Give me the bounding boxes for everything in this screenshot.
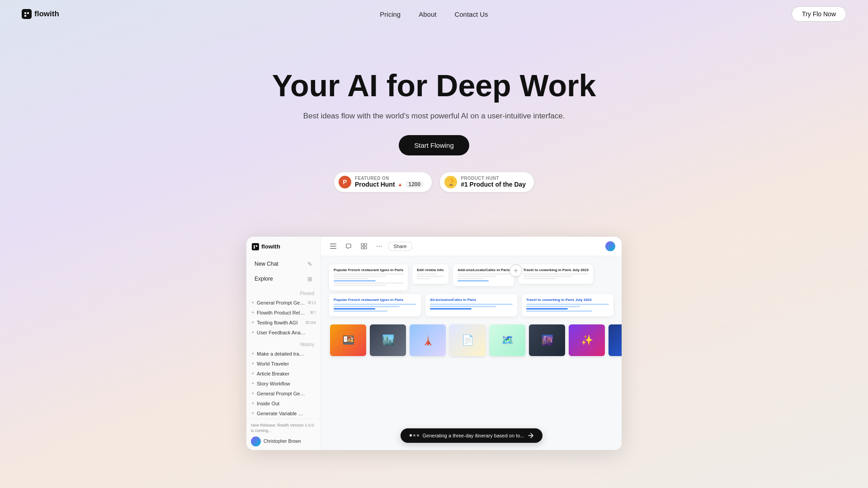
- badges-row: P FEATURED ON Product Hunt ▲ 1200 🏆 PROD…: [9, 172, 859, 192]
- doc-card-2[interactable]: Travel to coworking in Paris July 2023: [522, 294, 613, 316]
- card-line-accent: [334, 280, 376, 282]
- release-note: New Release: flowith Version 1.0.0 is co…: [251, 422, 316, 434]
- photo-item-0[interactable]: 🍱: [330, 324, 366, 356]
- photo-item-7[interactable]: 🃏: [609, 324, 622, 356]
- sidebar-logo-text: flowith: [261, 243, 280, 250]
- svg-rect-1: [252, 243, 259, 250]
- card-line: [523, 276, 572, 277]
- sidebar-item-history-0[interactable]: ✦ Make a detailed travel plan: [246, 349, 321, 359]
- main-toolbar: ··· Share: [321, 237, 622, 256]
- card-line: [458, 276, 496, 277]
- sidebar-item-pinned-1[interactable]: ✦ Flowith Product Release Note... ⌘7: [246, 308, 321, 318]
- card-line: [334, 285, 386, 286]
- sidebar-item-history-6[interactable]: ✦ Generate Variable Name: [246, 408, 321, 418]
- explore-button[interactable]: Explore ⊞: [250, 272, 317, 286]
- card-line: [523, 278, 556, 279]
- sidebar-item-history-1[interactable]: ✦ World Traveler: [246, 359, 321, 369]
- chat-icon[interactable]: [343, 240, 354, 252]
- sidebar-item-history-3[interactable]: ✦ Story Workflow: [246, 379, 321, 389]
- more-options-icon[interactable]: ···: [373, 241, 385, 251]
- doc-card-1[interactable]: All-Inclusive/Cafes in Paris: [425, 294, 517, 316]
- try-flo-now-button[interactable]: Try Flo Now: [792, 6, 846, 22]
- canvas-card-0[interactable]: Popular French restaurant types in Paris: [329, 264, 408, 291]
- sidebar-item-history-2[interactable]: ✦ Article Breaker: [246, 369, 321, 379]
- history-label: History: [246, 338, 321, 349]
- explore-icon: ⊞: [307, 276, 312, 282]
- svg-rect-7: [361, 247, 363, 249]
- pin-icon: ✦: [251, 300, 255, 305]
- add-node-button[interactable]: +: [509, 264, 522, 277]
- main-content: ··· Share + Popular French restaurant ty…: [321, 237, 622, 450]
- product-hunt-icon: P: [339, 176, 351, 188]
- upvote-icon: ▲: [398, 182, 403, 187]
- svg-rect-0: [22, 9, 32, 19]
- photo-item-1[interactable]: 🏙️: [370, 324, 406, 356]
- svg-rect-4: [330, 248, 336, 249]
- username: Christopher Brown: [264, 439, 301, 444]
- ai-generating-bar: Generating a three-day itinerary based o…: [400, 428, 542, 443]
- potd-label: PRODUCT HUNT: [461, 176, 499, 181]
- svg-rect-2: [330, 244, 336, 244]
- card-line: [458, 278, 484, 279]
- potd-main: #1 Product of the Day: [461, 181, 526, 188]
- product-hunt-badge[interactable]: P FEATURED ON Product Hunt ▲ 1200: [334, 172, 432, 192]
- svg-rect-5: [361, 244, 363, 246]
- sidebar-user[interactable]: Christopher Brown: [251, 436, 316, 446]
- card-title-2: Add-ons/Locals/Cafes in Paris: [458, 268, 509, 272]
- svg-rect-6: [364, 244, 367, 246]
- photo-item-4[interactable]: 🗺️: [489, 324, 525, 356]
- hero-subtitle: Best ideas flow with the world's most po…: [9, 112, 859, 121]
- canvas-card-2[interactable]: Add-ons/Locals/Cafes in Paris: [453, 264, 514, 286]
- card-line: [334, 273, 403, 275]
- top-cards-row: Popular French restaurant types in Paris…: [321, 256, 622, 294]
- grid-icon[interactable]: [358, 240, 370, 252]
- ph-count: 1200: [405, 181, 424, 188]
- send-icon: [528, 433, 533, 438]
- new-chat-button[interactable]: New Chat ✎: [250, 258, 317, 271]
- sidebar-item-pinned-2[interactable]: ✦ Testing flowith AGI ⌘289: [246, 318, 321, 328]
- new-chat-icon: ✎: [307, 261, 312, 267]
- logo[interactable]: flowith: [22, 9, 59, 19]
- potd-badge-text: PRODUCT HUNT #1 Product of the Day: [461, 176, 526, 188]
- sidebar-toggle-icon[interactable]: [327, 240, 339, 252]
- generating-text: Generating a three-day itinerary based o…: [422, 433, 524, 438]
- nav-contact[interactable]: Contact Us: [454, 10, 488, 18]
- app-window: flowith New Chat ✎ Explore ⊞ Pinned ✦ Ge…: [246, 237, 622, 450]
- svg-rect-8: [364, 247, 367, 249]
- photo-item-6[interactable]: ✨: [569, 324, 605, 356]
- canvas-wrapper: + Popular French restaurant types in Par…: [321, 256, 622, 450]
- navbar: flowith Pricing About Contact Us Try Flo…: [0, 0, 868, 28]
- doc-card-0[interactable]: Popular French restaurant types in Paris: [329, 294, 421, 316]
- logo-icon: [22, 9, 32, 19]
- nav-pricing[interactable]: Pricing: [380, 10, 401, 18]
- ph-label: FEATURED ON: [355, 176, 389, 181]
- card-title-1: Edit review info: [417, 268, 444, 272]
- canvas-card-3[interactable]: Travel to coworking in Paris July 2023: [519, 264, 593, 284]
- trophy-icon: 🏆: [444, 176, 457, 188]
- ph-badge-text: FEATURED ON Product Hunt ▲ 1200: [355, 176, 424, 188]
- card-title-3: Travel to coworking in Paris July 2023: [523, 268, 589, 272]
- photo-item-3[interactable]: 📄: [449, 324, 486, 356]
- sidebar-item-pinned-3[interactable]: ✦ User Feedback Anaylizer: [246, 328, 321, 338]
- share-button[interactable]: Share: [388, 242, 411, 251]
- potd-badge[interactable]: 🏆 PRODUCT HUNT #1 Product of the Day: [439, 172, 534, 192]
- nav-about[interactable]: About: [419, 10, 436, 18]
- card-line: [417, 278, 430, 279]
- sidebar: flowith New Chat ✎ Explore ⊞ Pinned ✦ Ge…: [246, 237, 321, 450]
- card-line-accent: [458, 280, 489, 282]
- sidebar-item-history-4[interactable]: ✦ General Prompt Generator: [246, 389, 321, 399]
- photo-item-2[interactable]: 🗼: [410, 324, 446, 356]
- sidebar-item-history-5[interactable]: ✦ Inside Out: [246, 399, 321, 408]
- nav-links: Pricing About Contact Us: [380, 10, 488, 18]
- pin-icon-3: ✦: [251, 330, 255, 335]
- sidebar-item-pinned-0[interactable]: ✦ General Prompt Generator ⌘13: [246, 298, 321, 308]
- card-line: [417, 273, 437, 275]
- loading-dots: [409, 434, 419, 436]
- start-flowing-button[interactable]: Start Flowing: [399, 135, 469, 155]
- pin-icon-1: ✦: [251, 310, 255, 315]
- canvas-card-1[interactable]: Edit review info: [412, 264, 448, 284]
- doc-card-title: Popular French restaurant types in Paris: [334, 298, 416, 302]
- toolbar-user-avatar: [605, 241, 615, 251]
- photo-item-5[interactable]: 🌆: [529, 324, 565, 356]
- pin-icon-2: ✦: [251, 320, 255, 325]
